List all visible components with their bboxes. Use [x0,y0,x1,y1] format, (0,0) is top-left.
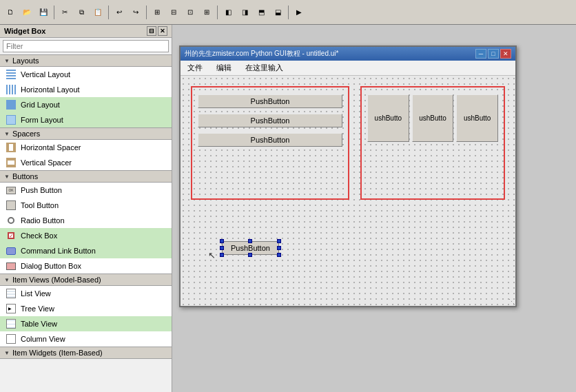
vlayout-icon [6,69,17,80]
save-btn[interactable]: 💾 [36,5,51,20]
handle-mr [277,246,281,250]
section-itemviews-label: Item Views (Model-Based) [12,276,101,284]
hlayout-icon [6,84,17,95]
align-r-btn[interactable]: ◨ [237,5,252,20]
qt-minimize-btn[interactable]: ─ [475,49,486,59]
align-l-btn[interactable]: ◧ [220,5,236,20]
qt-window: 州的先生zmister.com Python GUI教程 - untitled.… [179,45,517,307]
item-tool-button[interactable]: Tool Button [0,198,172,213]
radio-icon [6,215,17,226]
item-tree-view[interactable]: ▶ Tree View [0,301,172,316]
handle-tl [220,239,224,243]
item-form-layout[interactable]: Form Layout [0,112,172,127]
redo-btn[interactable]: ↪ [128,5,143,20]
vertical-spacer-label: Vertical Spacer [21,158,72,167]
item-grid-layout[interactable]: Grid Layout [0,97,172,112]
layout-btn[interactable]: ⊞ [150,5,165,20]
item-vertical-layout[interactable]: Vertical Layout [0,67,172,82]
horizontal-spacer-label: Horizontal Spacer [21,143,81,152]
align-t-btn[interactable]: ⬒ [254,5,269,20]
section-layouts-label: Layouts [12,56,39,65]
undo-btn[interactable]: ↩ [112,5,127,20]
grid-pushbutton-3[interactable]: ushButto [456,94,498,142]
item-horizontal-layout[interactable]: Horizontal Layout [0,82,172,97]
columnview-icon [6,333,17,344]
section-itemwidgets-label: Item Widgets (Item-Based) [12,349,103,357]
menu-type-here[interactable]: 在这里输入 [243,62,286,74]
item-command-link[interactable]: Command Link Button [0,243,172,258]
copy-btn[interactable]: ⧉ [74,5,89,20]
item-horizontal-spacer[interactable]: Horizontal Spacer [0,140,172,155]
grid-pushbutton-1[interactable]: ushButto [367,94,409,142]
check-box-label: Check Box [21,231,57,240]
tool-button-label: Tool Button [21,201,59,209]
tableview-icon [6,318,17,329]
layout-v-btn[interactable]: ⊡ [183,5,198,20]
layout-h-btn[interactable]: ⊟ [166,5,181,20]
section-layouts[interactable]: ▼ Layouts [0,54,172,67]
filter-input[interactable] [3,40,169,52]
sep2 [108,6,109,19]
column-view-label: Column View [21,335,65,343]
section-itemviews-arrow: ▼ [4,277,10,283]
menu-file[interactable]: 文件 [185,62,205,74]
layout-g-btn[interactable]: ⊞ [199,5,214,20]
widget-box-float-btn[interactable]: ⊟ [147,26,156,36]
widget-box: Widget Box ⊟ ✕ ▼ Layouts Vertical Layout… [0,25,172,392]
sep3 [146,6,147,19]
section-item-widgets[interactable]: ▼ Item Widgets (Item-Based) [0,347,172,359]
qt-canvas[interactable]: PushButton PushButton PushButton ushButt… [181,76,515,306]
hspacer-icon [6,142,17,153]
open-btn[interactable]: 📂 [19,5,34,20]
pushbutton-2[interactable]: PushButton [198,114,342,127]
main-area: Widget Box ⊟ ✕ ▼ Layouts Vertical Layout… [0,25,576,392]
vspacer-icon [6,157,17,168]
pushbutton-1[interactable]: PushButton [198,94,342,108]
push-button-label: Push Button [21,186,62,194]
design-area: 州的先生zmister.com Python GUI教程 - untitled.… [172,25,576,392]
dialog-button-label: Dialog Button Box [21,262,81,270]
horizontal-layout-label: Horizontal Layout [21,85,80,94]
pushbutton-3[interactable]: PushButton [198,133,342,147]
widget-box-header: Widget Box ⊟ ✕ [0,25,172,38]
grid-icon [6,99,17,110]
align-b-btn[interactable]: ⬓ [270,5,285,20]
menu-edit[interactable]: 编辑 [214,62,234,74]
item-radio-button[interactable]: Radio Button [0,213,172,228]
section-spacers-arrow: ▼ [4,131,10,137]
handle-bl [220,253,224,257]
list-view-label: List View [21,289,51,298]
widget-box-close-btn[interactable]: ✕ [158,26,167,36]
grid-pushbutton-2[interactable]: ushButto [412,94,454,142]
sep5 [288,6,289,19]
qt-window-title: 州的先生zmister.com Python GUI教程 - untitled.… [185,49,338,59]
preview-btn[interactable]: ▶ [291,5,307,20]
qt-title-buttons: ─ □ ✕ [475,49,511,59]
item-check-box[interactable]: ✓ Check Box [0,228,172,243]
toolbtn-icon [6,200,17,211]
handle-bm [248,253,252,257]
section-item-views[interactable]: ▼ Item Views (Model-Based) [0,274,172,286]
item-push-button[interactable]: OK Push Button [0,183,172,198]
paste-btn[interactable]: 📋 [90,5,105,20]
section-spacers[interactable]: ▼ Spacers [0,127,172,140]
item-list-view[interactable]: List View [0,286,172,301]
radio-button-label: Radio Button [21,216,65,225]
form-layout-container: PushButton PushButton PushButton [191,86,349,200]
qt-resize-handle[interactable]: ⋱ [507,298,515,306]
item-table-view[interactable]: Table View [0,316,172,331]
item-vertical-spacer[interactable]: Vertical Spacer [0,155,172,170]
pushbtn-icon: OK [6,185,17,196]
item-column-view[interactable]: Column View [0,331,172,347]
qt-maximize-btn[interactable]: □ [488,49,499,59]
cmdlink-icon [6,245,17,256]
handle-tm [248,239,252,243]
cut-btn[interactable]: ✂ [57,5,72,20]
handle-ml [220,246,224,250]
new-btn[interactable]: 🗋 [3,5,18,20]
item-dialog-button[interactable]: Dialog Button Box [0,258,172,274]
section-buttons[interactable]: ▼ Buttons [0,170,172,183]
section-itemwidgets-arrow: ▼ [4,350,10,356]
section-layouts-arrow: ▼ [4,58,10,64]
qt-close-btn[interactable]: ✕ [500,49,511,59]
